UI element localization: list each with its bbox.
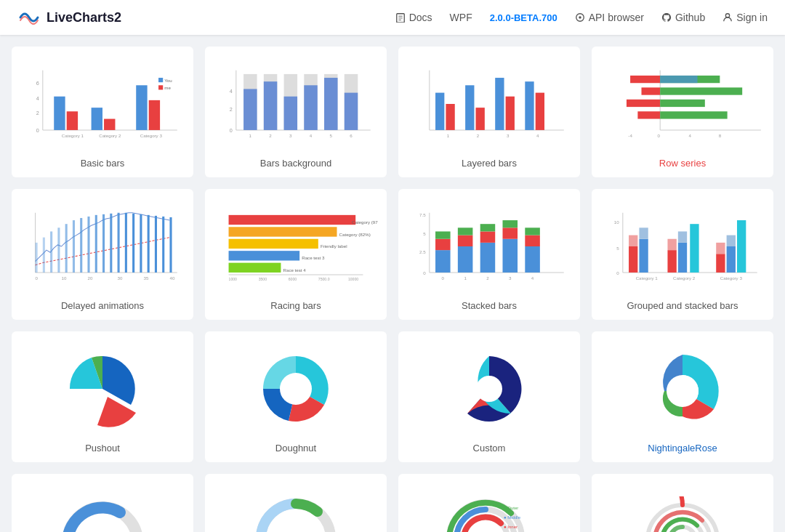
svg-rect-153 xyxy=(667,250,676,273)
svg-rect-67 xyxy=(627,99,660,106)
chart-card-row-series[interactable]: 0 4 8 -4 Row series xyxy=(592,47,773,177)
chart-card-basic-bars[interactable]: 0 2 4 6 Category 1 Category 2 Category 3 xyxy=(12,47,193,177)
chart-card-doughnut[interactable]: Doughnut xyxy=(205,331,387,462)
chart-preview-pushout xyxy=(20,340,185,437)
svg-rect-52 xyxy=(446,104,454,130)
svg-text:5: 5 xyxy=(616,246,619,251)
svg-rect-95 xyxy=(148,214,150,272)
svg-rect-24 xyxy=(158,85,163,89)
chart-label-row-series: Row series xyxy=(659,158,706,169)
chart-card-gauge-270[interactable]: 270 degrees gauge xyxy=(205,474,387,532)
chart-preview-multi-gauge: ● Outer ● Middle ● Inner xyxy=(407,483,571,532)
wpf-link[interactable]: WPF xyxy=(450,12,472,23)
chart-card-delayed-animations[interactable]: bars xyxy=(12,189,193,320)
chart-card-partial-radial[interactable] xyxy=(592,474,773,532)
svg-rect-84 xyxy=(65,224,68,273)
svg-text:40: 40 xyxy=(169,275,174,281)
multi-gauge-chart: ● Outer ● Middle ● Inner xyxy=(438,491,540,533)
version-badge[interactable]: 2.0.0-BETA.700 xyxy=(490,12,557,23)
svg-rect-154 xyxy=(667,238,676,249)
svg-text:0: 0 xyxy=(616,270,619,275)
delayed-animations-chart: bars xyxy=(20,206,185,286)
chart-card-layered-bars[interactable]: 1 2 3 4 Layered bars xyxy=(398,47,580,177)
logo-text: LiveCharts2 xyxy=(47,10,121,25)
svg-text:Category 1: Category 1 xyxy=(62,133,84,138)
docs-link[interactable]: Docs xyxy=(395,12,432,23)
svg-rect-42 xyxy=(345,92,358,129)
chart-label-racing-bars: Racing bars xyxy=(270,300,321,311)
chart-card-grouped-stacked-bars[interactable]: Category 1 Category 2 Category 3 0 5 10 … xyxy=(592,189,773,320)
svg-rect-162 xyxy=(737,220,746,273)
wpf-label: WPF xyxy=(450,12,472,23)
github-link[interactable]: Github xyxy=(661,12,705,23)
svg-rect-89 xyxy=(102,214,105,272)
svg-rect-20 xyxy=(104,118,115,129)
svg-rect-54 xyxy=(476,108,485,130)
svg-text:3: 3 xyxy=(289,133,292,138)
svg-rect-41 xyxy=(324,78,337,130)
svg-rect-83 xyxy=(57,227,60,273)
docs-label: Docs xyxy=(409,12,432,23)
svg-rect-161 xyxy=(727,235,736,246)
svg-text:0: 0 xyxy=(442,275,445,281)
svg-text:● Middle: ● Middle xyxy=(504,515,521,520)
chart-card-nightingale[interactable]: NightingaleRose xyxy=(592,331,773,462)
svg-text:0: 0 xyxy=(36,275,39,281)
svg-rect-22 xyxy=(158,78,163,82)
svg-rect-91 xyxy=(118,212,120,272)
svg-text:1000: 1000 xyxy=(229,277,238,281)
svg-rect-90 xyxy=(110,213,112,272)
svg-point-6 xyxy=(726,14,730,17)
chart-preview-basic-bars: 0 2 4 6 Category 1 Category 2 Category 3 xyxy=(20,55,185,152)
chart-card-pushout[interactable]: Pushout xyxy=(12,331,193,462)
svg-rect-127 xyxy=(458,235,473,246)
chart-card-stacked-bars[interactable]: 0 1 2 3 4 0 2.5 5 7.5 Stacked bars xyxy=(398,189,580,320)
svg-rect-133 xyxy=(502,227,518,238)
chart-label-bars-background: Bars background xyxy=(260,158,331,169)
svg-rect-70 xyxy=(660,87,742,94)
svg-rect-18 xyxy=(136,85,147,130)
svg-text:1: 1 xyxy=(464,275,467,281)
svg-text:● Inner: ● Inner xyxy=(504,525,518,529)
svg-rect-109 xyxy=(229,238,318,248)
chart-label-layered-bars: Layered bars xyxy=(462,158,517,169)
chart-card-basic-gauge[interactable]: Basic gauge xyxy=(12,474,193,532)
svg-rect-39 xyxy=(284,96,297,129)
api-icon xyxy=(575,12,585,23)
svg-rect-98 xyxy=(169,217,172,272)
chart-label-basic-bars: Basic bars xyxy=(81,158,125,169)
svg-rect-51 xyxy=(435,92,444,129)
svg-text:1: 1 xyxy=(447,133,450,138)
api-browser-link[interactable]: API browser xyxy=(575,12,644,23)
svg-text:7.5: 7.5 xyxy=(419,211,426,217)
svg-text:7500.0: 7500.0 xyxy=(318,277,330,281)
bars-background-chart: 0 2 4 xyxy=(214,64,378,144)
svg-text:-4: -4 xyxy=(628,133,632,138)
chart-card-multi-gauge[interactable]: ● Outer ● Middle ● Inner Multiple values… xyxy=(398,474,580,532)
main-content: 0 2 4 6 Category 1 Category 2 Category 3 xyxy=(0,35,785,532)
chart-card-bars-background[interactable]: 0 2 4 xyxy=(205,47,387,177)
chart-preview-custom-pie xyxy=(407,340,571,437)
svg-rect-94 xyxy=(140,214,142,272)
github-label: Github xyxy=(675,12,705,23)
chart-card-racing-bars[interactable]: Category (97.2%) Category (82%) Friendly… xyxy=(205,189,387,320)
svg-rect-66 xyxy=(642,87,661,94)
nightingale-chart xyxy=(639,349,726,429)
svg-text:6: 6 xyxy=(350,133,353,138)
svg-text:0: 0 xyxy=(36,127,39,134)
svg-point-169 xyxy=(280,373,312,405)
logo[interactable]: LiveCharts2 xyxy=(17,6,121,29)
svg-text:2: 2 xyxy=(230,106,233,113)
svg-rect-130 xyxy=(480,231,496,242)
chart-label-grouped-stacked-bars: Grouped and stacked bars xyxy=(627,300,738,311)
svg-text:2: 2 xyxy=(36,110,39,116)
svg-rect-135 xyxy=(525,246,540,273)
svg-rect-55 xyxy=(495,78,504,130)
svg-text:0: 0 xyxy=(657,133,660,138)
svg-rect-160 xyxy=(727,246,736,273)
chart-card-custom-pie[interactable]: Custom xyxy=(398,331,580,462)
svg-text:Category 1: Category 1 xyxy=(636,275,659,281)
svg-rect-58 xyxy=(536,92,544,129)
svg-point-170 xyxy=(476,376,502,402)
sign-in-link[interactable]: Sign in xyxy=(722,12,768,23)
